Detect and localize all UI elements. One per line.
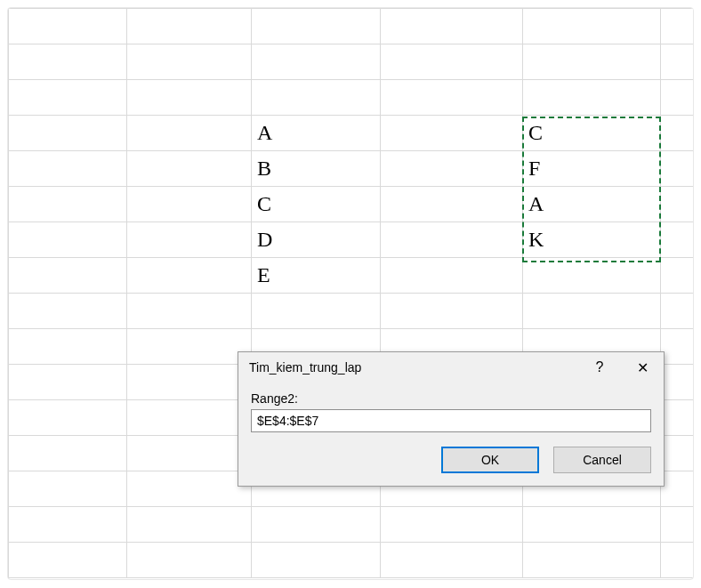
cell-E6[interactable]: A: [523, 187, 661, 222]
cell[interactable]: [661, 507, 695, 543]
cell[interactable]: [9, 116, 127, 151]
cell[interactable]: [661, 258, 695, 294]
cancel-button[interactable]: Cancel: [553, 447, 651, 473]
cell[interactable]: [381, 294, 523, 329]
cell[interactable]: [9, 258, 127, 294]
cell[interactable]: [661, 294, 695, 329]
cell[interactable]: [9, 80, 127, 116]
cell[interactable]: [9, 329, 127, 365]
cell[interactable]: [661, 400, 695, 436]
cell[interactable]: [9, 471, 127, 507]
cell[interactable]: [127, 258, 252, 294]
cell[interactable]: [381, 187, 523, 222]
cell[interactable]: [127, 507, 252, 543]
cell[interactable]: [127, 365, 252, 400]
cell[interactable]: [523, 507, 661, 543]
cell[interactable]: [661, 471, 695, 507]
cell[interactable]: [9, 294, 127, 329]
cell[interactable]: [127, 329, 252, 365]
cell[interactable]: [127, 9, 252, 44]
prompt-label: Range2:: [251, 391, 651, 406]
cell[interactable]: [381, 543, 523, 578]
cell[interactable]: [661, 151, 695, 187]
cell[interactable]: [127, 151, 252, 187]
help-button[interactable]: ?: [578, 352, 621, 383]
cell[interactable]: [661, 365, 695, 400]
cell[interactable]: [661, 436, 695, 471]
cell[interactable]: [381, 80, 523, 116]
cell[interactable]: [252, 294, 381, 329]
cell[interactable]: [523, 80, 661, 116]
spreadsheet-area[interactable]: A C B F C A: [7, 7, 694, 580]
cell-E4[interactable]: C: [523, 116, 661, 151]
cell[interactable]: [9, 400, 127, 436]
cell-C8[interactable]: E: [252, 258, 381, 294]
cell[interactable]: [9, 222, 127, 258]
help-icon: ?: [596, 359, 604, 375]
cell[interactable]: [661, 9, 695, 44]
cell[interactable]: [381, 222, 523, 258]
cell[interactable]: [661, 80, 695, 116]
cell[interactable]: [661, 116, 695, 151]
cell-E7[interactable]: K: [523, 222, 661, 258]
cell[interactable]: [9, 365, 127, 400]
cell[interactable]: [381, 116, 523, 151]
cell-grid[interactable]: A C B F C A: [8, 8, 694, 578]
cell[interactable]: [252, 44, 381, 80]
cell-C6[interactable]: C: [252, 187, 381, 222]
cell[interactable]: [661, 222, 695, 258]
cell[interactable]: [381, 258, 523, 294]
cell-C5[interactable]: B: [252, 151, 381, 187]
cell[interactable]: [381, 151, 523, 187]
cell[interactable]: [381, 44, 523, 80]
cell[interactable]: [127, 80, 252, 116]
cell[interactable]: [127, 471, 252, 507]
cell[interactable]: [252, 9, 381, 44]
cell[interactable]: [127, 400, 252, 436]
cell[interactable]: [127, 44, 252, 80]
cell[interactable]: [9, 436, 127, 471]
cell[interactable]: [252, 543, 381, 578]
cell[interactable]: [127, 436, 252, 471]
cell[interactable]: [9, 543, 127, 578]
close-icon: ✕: [637, 359, 649, 376]
cell[interactable]: [127, 543, 252, 578]
cell[interactable]: [9, 9, 127, 44]
cell[interactable]: [9, 44, 127, 80]
cell[interactable]: [9, 187, 127, 222]
ok-button[interactable]: OK: [441, 447, 539, 473]
cell[interactable]: [523, 258, 661, 294]
cell[interactable]: [127, 187, 252, 222]
cell[interactable]: [127, 294, 252, 329]
cell[interactable]: [523, 294, 661, 329]
cell[interactable]: [9, 507, 127, 543]
cell-C7[interactable]: D: [252, 222, 381, 258]
cell[interactable]: [252, 80, 381, 116]
cell[interactable]: [9, 151, 127, 187]
range-input[interactable]: [251, 409, 651, 432]
cell[interactable]: [661, 44, 695, 80]
dialog-titlebar[interactable]: Tim_kiem_trung_lap ? ✕: [238, 352, 664, 383]
cell[interactable]: [523, 543, 661, 578]
cell[interactable]: [523, 9, 661, 44]
close-button[interactable]: ✕: [621, 352, 664, 383]
cell-C4[interactable]: A: [252, 116, 381, 151]
cell[interactable]: [661, 543, 695, 578]
cell[interactable]: [252, 507, 381, 543]
cell[interactable]: [661, 329, 695, 365]
cell[interactable]: [381, 507, 523, 543]
cell[interactable]: [381, 9, 523, 44]
input-box-dialog: Tim_kiem_trung_lap ? ✕ Range2: OK Cancel: [238, 351, 665, 487]
dialog-title: Tim_kiem_trung_lap: [249, 360, 578, 375]
cell[interactable]: [127, 116, 252, 151]
cell[interactable]: [523, 44, 661, 80]
cell-E5[interactable]: F: [523, 151, 661, 187]
cell[interactable]: [661, 187, 695, 222]
cell[interactable]: [127, 222, 252, 258]
